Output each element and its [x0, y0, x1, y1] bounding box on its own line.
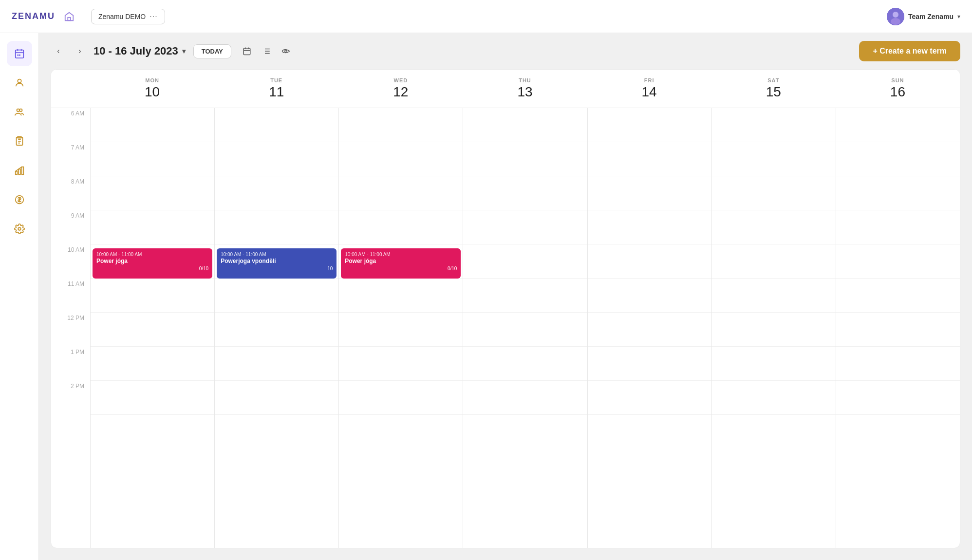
next-week-button[interactable]: ›: [72, 43, 88, 59]
time-cell: [836, 347, 960, 381]
svg-point-34: [285, 50, 287, 53]
time-cell: [91, 279, 214, 313]
day-col-5[interactable]: [711, 108, 836, 548]
sidebar-item-calendar[interactable]: [7, 41, 32, 66]
topbar-right: Team Zenamu ▾: [887, 8, 960, 25]
time-cell: [91, 313, 214, 347]
toolbar: ‹ › 10 - 16 July 2023 ▾ TODAY: [39, 33, 972, 69]
svg-rect-19: [19, 169, 20, 174]
time-cell: [463, 347, 587, 381]
today-button[interactable]: TODAY: [193, 44, 231, 58]
create-term-button[interactable]: + Create a new term: [859, 41, 960, 61]
svg-rect-8: [17, 55, 19, 56]
calendar-event[interactable]: 10:00 AM - 11:00 AM Power jóga 0/10: [341, 248, 461, 279]
day-header-tue: TUE 11: [214, 70, 338, 108]
view-toggle: [239, 43, 294, 59]
time-label: 8 AM: [51, 176, 90, 210]
time-cell: [712, 244, 836, 279]
day-header-wed: WED 12: [338, 70, 463, 108]
home-icon[interactable]: [61, 8, 77, 25]
time-cell: [463, 108, 587, 142]
sidebar-item-billing[interactable]: [7, 187, 32, 212]
day-col-3[interactable]: [463, 108, 587, 548]
team-menu-chevron-icon[interactable]: ▾: [957, 13, 960, 20]
svg-point-12: [19, 109, 22, 112]
list-view-button[interactable]: [259, 43, 274, 59]
time-cell: [836, 210, 960, 244]
time-label: 12 PM: [51, 313, 90, 347]
date-range-chevron-icon: ▾: [182, 47, 186, 55]
time-cell: [215, 347, 338, 381]
time-cell: [215, 381, 338, 415]
time-cell: [836, 279, 960, 313]
time-cell: [215, 142, 338, 176]
time-label: 9 AM: [51, 210, 90, 244]
calendar-event[interactable]: 10:00 AM - 11:00 AM Powerjoga vpondělí 1…: [217, 248, 336, 279]
prev-week-button[interactable]: ‹: [51, 43, 66, 59]
day-col-0[interactable]: 10:00 AM - 11:00 AM Power jóga 0/10: [90, 108, 214, 548]
time-cell: [91, 381, 214, 415]
event-time: 10:00 AM - 11:00 AM: [96, 251, 208, 258]
calendar-view-button[interactable]: [239, 43, 255, 59]
time-cell: [463, 279, 587, 313]
event-title: Powerjoga vpondělí: [221, 258, 333, 265]
time-cell: [463, 244, 587, 279]
time-cell: [339, 210, 463, 244]
event-title: Power jóga: [96, 258, 208, 265]
calendar-event[interactable]: 10:00 AM - 11:00 AM Power jóga 0/10: [93, 248, 212, 279]
sidebar-item-students[interactable]: [7, 70, 32, 95]
workspace-selector[interactable]: Zenamu DEMO ···: [91, 9, 165, 24]
time-cell: [339, 347, 463, 381]
preview-view-button[interactable]: [278, 43, 294, 59]
svg-rect-4: [15, 50, 23, 58]
calendar: MON 10 TUE 11 WED 12 THU 13 FRI 14: [51, 69, 960, 548]
time-label: 2 PM: [51, 381, 90, 415]
team-name: Team Zenamu: [908, 13, 953, 20]
event-time: 10:00 AM - 11:00 AM: [345, 251, 457, 258]
logo-area: ZENAMU Zenamu DEMO ···: [12, 8, 165, 25]
calendar-header: MON 10 TUE 11 WED 12 THU 13 FRI 14: [51, 70, 960, 108]
time-cell: [91, 142, 214, 176]
date-range-button[interactable]: 10 - 16 July 2023 ▾: [93, 45, 186, 57]
sidebar-item-tasks[interactable]: [7, 129, 32, 154]
content-area: ‹ › 10 - 16 July 2023 ▾ TODAY: [39, 33, 972, 560]
time-cell: [588, 313, 711, 347]
time-cell: [588, 347, 711, 381]
logo-text: ZENAMU: [12, 11, 55, 21]
sidebar-item-reports[interactable]: [7, 158, 32, 183]
time-cell: [712, 176, 836, 210]
day-col-2[interactable]: 10:00 AM - 11:00 AM Power jóga 0/10: [338, 108, 463, 548]
time-cell: [836, 142, 960, 176]
day-header-fri: FRI 14: [587, 70, 711, 108]
main-layout: ‹ › 10 - 16 July 2023 ▾ TODAY: [0, 33, 972, 560]
time-cell: [463, 142, 587, 176]
time-cell: [463, 176, 587, 210]
time-cell: [588, 244, 711, 279]
svg-point-3: [891, 18, 900, 25]
time-cell: [339, 313, 463, 347]
time-cell: [712, 108, 836, 142]
workspace-options-icon: ···: [150, 12, 157, 21]
day-header-sun: SUN 16: [836, 70, 960, 108]
event-count: 0/10: [345, 265, 457, 272]
time-cell: [588, 210, 711, 244]
day-col-1[interactable]: 10:00 AM - 11:00 AM Powerjoga vpondělí 1…: [214, 108, 338, 548]
sidebar-item-settings[interactable]: [7, 216, 32, 242]
time-cell: [712, 381, 836, 415]
time-labels-col: 6 AM7 AM8 AM9 AM10 AM11 AM12 PM1 PM2 PM: [51, 108, 90, 548]
svg-point-23: [18, 227, 21, 230]
time-label: 10 AM: [51, 244, 90, 279]
day-col-6[interactable]: [836, 108, 960, 548]
time-cell: [588, 108, 711, 142]
time-cell: [712, 313, 836, 347]
event-count: 10: [221, 265, 333, 272]
time-cell: [91, 210, 214, 244]
svg-rect-20: [21, 167, 23, 175]
time-cell: [712, 142, 836, 176]
time-cell: [712, 210, 836, 244]
svg-rect-24: [243, 48, 250, 55]
day-col-4[interactable]: [587, 108, 711, 548]
day-header-thu: THU 13: [463, 70, 587, 108]
sidebar-item-team[interactable]: [7, 99, 32, 125]
sidebar: [0, 33, 39, 560]
